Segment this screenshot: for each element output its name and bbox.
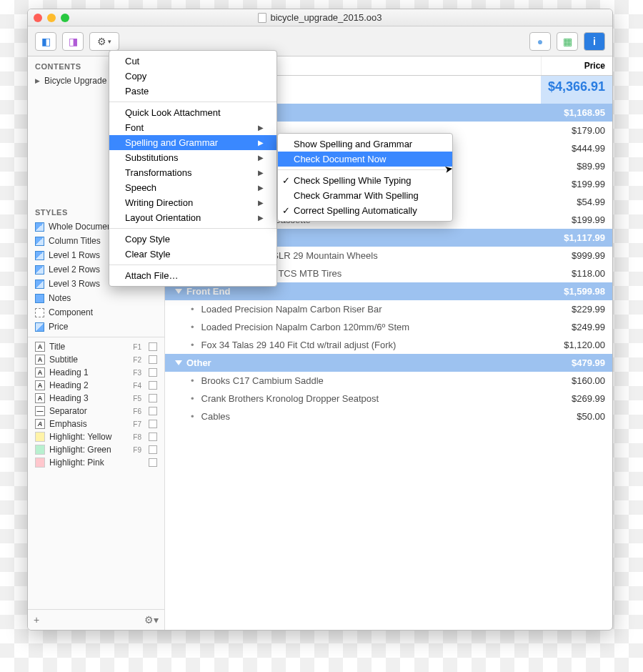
dictation-button[interactable]: ● (529, 32, 551, 51)
style-swatch-icon (35, 322, 44, 332)
text-style-item[interactable]: Highlight: YellowF8 (28, 430, 164, 443)
bullet-icon: • (191, 340, 194, 350)
style-swatch-icon (35, 280, 44, 289)
text-style-item[interactable]: AEmphasisF7 (28, 417, 164, 430)
text-style-item[interactable]: ATitleF1 (28, 340, 164, 353)
bullet-icon: • (191, 411, 194, 422)
menu-item[interactable]: Writing Direction▶ (109, 195, 276, 210)
menu-item[interactable]: Cut (109, 54, 276, 69)
style-swatch-icon (35, 308, 44, 317)
style-checkbox[interactable] (149, 458, 157, 467)
highlight-swatch-icon (35, 432, 45, 442)
inspector-button[interactable]: ◨ (62, 32, 84, 51)
spelling-submenu: Show Spelling and GrammarCheck Document … (277, 133, 453, 222)
style-checkbox[interactable] (149, 368, 157, 377)
menu-item[interactable]: Transformations▶ (109, 165, 276, 180)
close-button[interactable] (34, 14, 42, 22)
highlight-swatch-icon (35, 458, 45, 468)
style-checkbox[interactable] (149, 394, 157, 402)
style-checkbox[interactable] (149, 433, 157, 441)
menu-item[interactable]: Font▶ (109, 120, 276, 135)
bullet-icon: • (191, 304, 194, 315)
separator-icon: — (35, 406, 45, 416)
bullet-icon: • (191, 322, 194, 332)
cursor-icon: ➤ (444, 162, 454, 175)
style-checkbox[interactable] (149, 342, 157, 351)
submenu-item[interactable]: Check Document Now (278, 152, 452, 167)
add-button[interactable]: ▦ (557, 32, 578, 51)
submenu-item[interactable]: ✓Correct Spelling Automatically (278, 203, 452, 218)
column-header-price[interactable]: Price (541, 56, 612, 75)
item-row[interactable]: •Brooks C17 Cambium Saddle$160.00 (165, 372, 612, 390)
highlight-swatch-icon (35, 445, 45, 455)
style-swatch-icon (35, 251, 44, 260)
info-button[interactable]: i (584, 32, 605, 51)
bullet-icon: • (191, 375, 194, 386)
text-style-icon: A (35, 367, 45, 377)
submenu-arrow-icon: ▶ (258, 139, 264, 147)
menu-item[interactable]: Paste (109, 84, 276, 99)
style-item[interactable]: Price (28, 320, 164, 334)
style-swatch-icon (35, 265, 44, 275)
text-style-item[interactable]: ASubtitleF2 (28, 353, 164, 366)
style-checkbox[interactable] (149, 407, 157, 415)
zoom-button[interactable] (61, 14, 69, 22)
submenu-item[interactable]: ✓Check Spelling While Typing (278, 173, 452, 188)
item-row[interactable]: •Loaded Precision Napalm Carbon 120mm/6º… (165, 318, 612, 336)
submenu-arrow-icon: ▶ (258, 184, 264, 192)
style-swatch-icon (35, 294, 44, 303)
submenu-item[interactable]: Check Grammar With Spelling (278, 188, 452, 203)
disclosure-triangle-icon[interactable] (175, 360, 182, 365)
style-checkbox[interactable] (149, 381, 157, 390)
menu-item[interactable]: Copy Style (109, 232, 276, 247)
item-row[interactable]: •Loaded Precision Napalm Carbon Riser Ba… (165, 300, 612, 318)
sidebar-toggle-button[interactable]: ◧ (35, 32, 56, 51)
submenu-arrow-icon: ▶ (258, 124, 264, 132)
menu-item[interactable]: Substitutions▶ (109, 150, 276, 165)
submenu-arrow-icon: ▶ (258, 169, 264, 177)
minimize-button[interactable] (47, 14, 56, 22)
window-title: bicycle_upgrade_2015.oo3 (270, 12, 382, 23)
style-checkbox[interactable] (149, 420, 157, 428)
check-icon: ✓ (282, 175, 290, 186)
menu-item[interactable]: Speech▶ (109, 180, 276, 195)
style-item[interactable]: Notes (28, 291, 164, 305)
item-row[interactable]: •Crank Brothers Kronolog Dropper Seatpos… (165, 390, 612, 407)
style-checkbox[interactable] (149, 355, 157, 364)
document-total: $4,366.91 (541, 76, 612, 104)
submenu-arrow-icon: ▶ (258, 214, 264, 222)
submenu-arrow-icon: ▶ (258, 154, 264, 162)
text-style-item[interactable]: AHeading 1F3 (28, 366, 164, 379)
context-menu: CutCopyPaste Quick Look AttachmentFont▶S… (109, 50, 277, 287)
style-checkbox[interactable] (149, 445, 157, 454)
style-item[interactable]: Component (28, 305, 164, 320)
titlebar: bicycle_upgrade_2015.oo3 (28, 9, 612, 26)
check-icon: ✓ (282, 205, 290, 216)
submenu-item[interactable]: Show Spelling and Grammar (278, 137, 452, 152)
text-style-icon: A (35, 355, 45, 365)
menu-item[interactable]: Layout Orientation▶ (109, 210, 276, 225)
menu-item[interactable]: Clear Style (109, 247, 276, 262)
disclosure-triangle-icon[interactable] (175, 289, 182, 294)
text-style-item[interactable]: AHeading 2F4 (28, 379, 164, 392)
text-style-item[interactable]: Highlight: GreenF9 (28, 443, 164, 456)
document-icon (258, 13, 266, 23)
add-style-button[interactable]: + (34, 614, 39, 626)
text-style-item[interactable]: Highlight: Pink (28, 456, 164, 469)
item-row[interactable]: •Cables$50.00 (165, 407, 612, 425)
text-style-icon: A (35, 393, 45, 403)
action-menu-button[interactable]: ⚙︎ ▾ (89, 32, 119, 51)
item-row[interactable]: •Fox 34 Talas 29 140 Fit Ctd w/trail adj… (165, 336, 612, 354)
text-style-item[interactable]: AHeading 3F5 (28, 392, 164, 405)
emphasis-icon: A (35, 419, 45, 429)
text-style-item[interactable]: —SeparatorF6 (28, 405, 164, 417)
group-row[interactable]: Other$479.99 (165, 354, 612, 372)
style-settings-button[interactable]: ⚙︎▾ (144, 614, 159, 626)
text-style-icon: A (35, 380, 45, 390)
menu-item[interactable]: Attach File… (109, 268, 276, 283)
menu-item[interactable]: Quick Look Attachment (109, 105, 276, 120)
menu-item[interactable]: Copy (109, 69, 276, 84)
menu-item[interactable]: Spelling and Grammar▶ (109, 135, 276, 150)
style-swatch-icon (35, 222, 44, 232)
style-swatch-icon (35, 237, 44, 246)
